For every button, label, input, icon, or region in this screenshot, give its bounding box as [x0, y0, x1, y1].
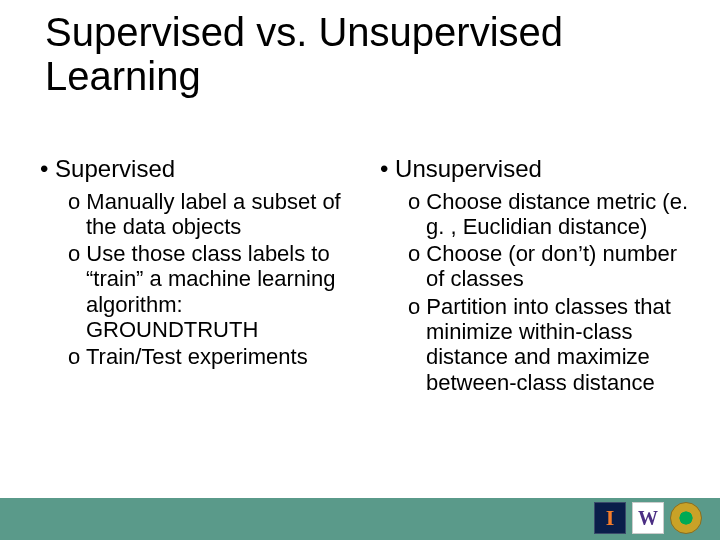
right-column: Unsupervised Choose distance metric (e. … — [380, 155, 690, 480]
list-item: Use those class labels to “train” a mach… — [68, 241, 350, 342]
illinois-logo-icon: I — [594, 502, 626, 534]
list-item: Manually label a subset of the data obje… — [68, 189, 350, 240]
slide-title: Supervised vs. Unsupervised Learning — [45, 10, 680, 98]
list-item: Choose (or don’t) number of classes — [408, 241, 690, 292]
right-heading: Unsupervised — [380, 155, 690, 183]
slide: Supervised vs. Unsupervised Learning Sup… — [0, 0, 720, 540]
logo-strip: I W — [594, 502, 702, 534]
left-heading: Supervised — [40, 155, 350, 183]
seal-logo-icon — [670, 502, 702, 534]
left-sublist: Manually label a subset of the data obje… — [40, 189, 350, 370]
left-column: Supervised Manually label a subset of th… — [40, 155, 350, 480]
list-item: Choose distance metric (e. g. , Euclidia… — [408, 189, 690, 240]
right-sublist: Choose distance metric (e. g. , Euclidia… — [380, 189, 690, 395]
slide-body: Supervised Manually label a subset of th… — [40, 155, 690, 480]
list-item: Partition into classes that minimize wit… — [408, 294, 690, 395]
list-item: Train/Test experiments — [68, 344, 350, 369]
washington-logo-icon: W — [632, 502, 664, 534]
